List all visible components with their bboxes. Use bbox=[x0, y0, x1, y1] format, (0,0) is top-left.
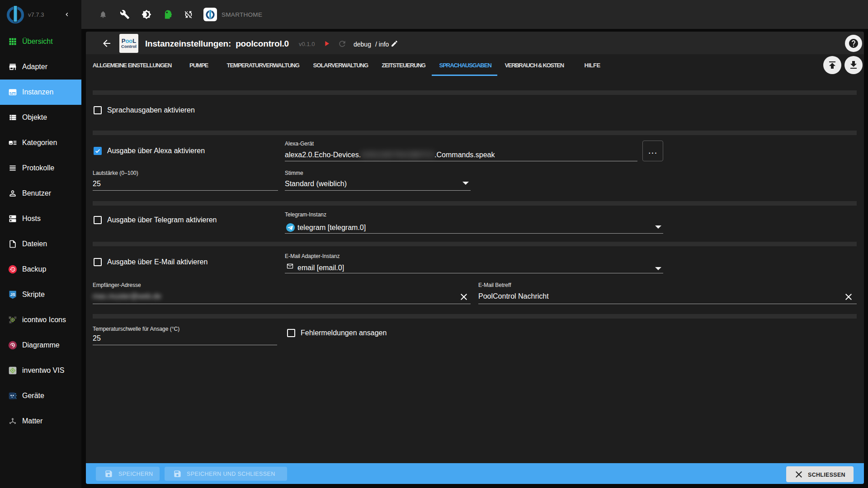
svg-text:JS: JS bbox=[10, 292, 15, 297]
